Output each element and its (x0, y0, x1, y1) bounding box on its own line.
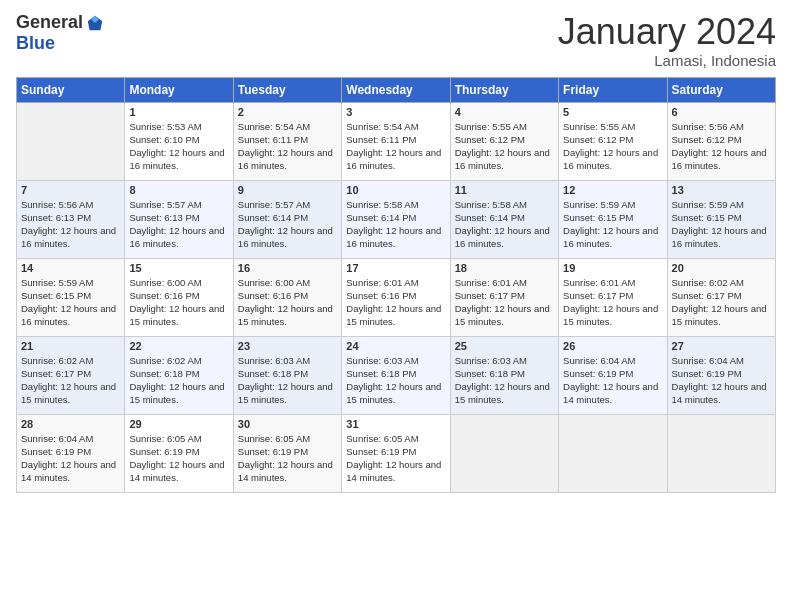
sunset-text: Sunset: 6:18 PM (129, 368, 199, 379)
logo-blue-text: Blue (16, 33, 55, 54)
sunrise-text: Sunrise: 5:57 AM (129, 199, 201, 210)
calendar-cell: 19Sunrise: 6:01 AMSunset: 6:17 PMDayligh… (559, 258, 667, 336)
daylight-text: Daylight: 12 hours and 16 minutes. (21, 303, 116, 327)
sunset-text: Sunset: 6:18 PM (238, 368, 308, 379)
daylight-text: Daylight: 12 hours and 16 minutes. (238, 225, 333, 249)
sunrise-text: Sunrise: 5:58 AM (455, 199, 527, 210)
calendar-cell: 29Sunrise: 6:05 AMSunset: 6:19 PMDayligh… (125, 414, 233, 492)
week-row-2: 14Sunrise: 5:59 AMSunset: 6:15 PMDayligh… (17, 258, 776, 336)
sunrise-text: Sunrise: 5:54 AM (346, 121, 418, 132)
day-number: 21 (21, 340, 120, 352)
sunset-text: Sunset: 6:12 PM (563, 134, 633, 145)
col-monday: Monday (125, 77, 233, 102)
day-number: 19 (563, 262, 662, 274)
day-info: Sunrise: 5:57 AMSunset: 6:14 PMDaylight:… (238, 198, 337, 251)
sunset-text: Sunset: 6:19 PM (563, 368, 633, 379)
daylight-text: Daylight: 12 hours and 14 minutes. (238, 459, 333, 483)
sunrise-text: Sunrise: 6:03 AM (346, 355, 418, 366)
day-info: Sunrise: 6:00 AMSunset: 6:16 PMDaylight:… (129, 276, 228, 329)
calendar-cell: 6Sunrise: 5:56 AMSunset: 6:12 PMDaylight… (667, 102, 775, 180)
sunrise-text: Sunrise: 6:00 AM (238, 277, 310, 288)
day-number: 27 (672, 340, 771, 352)
week-row-4: 28Sunrise: 6:04 AMSunset: 6:19 PMDayligh… (17, 414, 776, 492)
day-info: Sunrise: 5:59 AMSunset: 6:15 PMDaylight:… (672, 198, 771, 251)
calendar-cell: 4Sunrise: 5:55 AMSunset: 6:12 PMDaylight… (450, 102, 558, 180)
sunset-text: Sunset: 6:19 PM (238, 446, 308, 457)
daylight-text: Daylight: 12 hours and 16 minutes. (238, 147, 333, 171)
header: General Blue January 2024 Lamasi, Indone… (16, 12, 776, 69)
day-number: 6 (672, 106, 771, 118)
page: General Blue January 2024 Lamasi, Indone… (0, 0, 792, 612)
calendar-cell: 3Sunrise: 5:54 AMSunset: 6:11 PMDaylight… (342, 102, 450, 180)
calendar-cell: 30Sunrise: 6:05 AMSunset: 6:19 PMDayligh… (233, 414, 341, 492)
calendar-cell: 20Sunrise: 6:02 AMSunset: 6:17 PMDayligh… (667, 258, 775, 336)
day-number: 22 (129, 340, 228, 352)
calendar-cell: 25Sunrise: 6:03 AMSunset: 6:18 PMDayligh… (450, 336, 558, 414)
calendar-cell (559, 414, 667, 492)
daylight-text: Daylight: 12 hours and 14 minutes. (672, 381, 767, 405)
day-info: Sunrise: 6:04 AMSunset: 6:19 PMDaylight:… (672, 354, 771, 407)
daylight-text: Daylight: 12 hours and 16 minutes. (455, 147, 550, 171)
sunrise-text: Sunrise: 6:02 AM (672, 277, 744, 288)
daylight-text: Daylight: 12 hours and 15 minutes. (563, 303, 658, 327)
sunset-text: Sunset: 6:13 PM (129, 212, 199, 223)
calendar-cell: 1Sunrise: 5:53 AMSunset: 6:10 PMDaylight… (125, 102, 233, 180)
daylight-text: Daylight: 12 hours and 15 minutes. (346, 303, 441, 327)
daylight-text: Daylight: 12 hours and 16 minutes. (21, 225, 116, 249)
day-info: Sunrise: 6:05 AMSunset: 6:19 PMDaylight:… (346, 432, 445, 485)
sunrise-text: Sunrise: 5:56 AM (672, 121, 744, 132)
calendar-cell: 18Sunrise: 6:01 AMSunset: 6:17 PMDayligh… (450, 258, 558, 336)
col-saturday: Saturday (667, 77, 775, 102)
sunset-text: Sunset: 6:16 PM (129, 290, 199, 301)
sunset-text: Sunset: 6:18 PM (455, 368, 525, 379)
sunset-text: Sunset: 6:17 PM (563, 290, 633, 301)
sunrise-text: Sunrise: 5:59 AM (672, 199, 744, 210)
daylight-text: Daylight: 12 hours and 16 minutes. (129, 147, 224, 171)
sunset-text: Sunset: 6:16 PM (346, 290, 416, 301)
sunrise-text: Sunrise: 6:02 AM (129, 355, 201, 366)
logo-general-text: General (16, 12, 83, 33)
sunrise-text: Sunrise: 6:04 AM (21, 433, 93, 444)
day-number: 1 (129, 106, 228, 118)
daylight-text: Daylight: 12 hours and 16 minutes. (563, 225, 658, 249)
calendar-cell: 9Sunrise: 5:57 AMSunset: 6:14 PMDaylight… (233, 180, 341, 258)
sunset-text: Sunset: 6:18 PM (346, 368, 416, 379)
day-number: 4 (455, 106, 554, 118)
sunrise-text: Sunrise: 5:54 AM (238, 121, 310, 132)
day-info: Sunrise: 6:02 AMSunset: 6:17 PMDaylight:… (21, 354, 120, 407)
daylight-text: Daylight: 12 hours and 15 minutes. (21, 381, 116, 405)
calendar-cell (667, 414, 775, 492)
day-number: 10 (346, 184, 445, 196)
sunset-text: Sunset: 6:11 PM (238, 134, 308, 145)
sunset-text: Sunset: 6:12 PM (455, 134, 525, 145)
col-thursday: Thursday (450, 77, 558, 102)
sunrise-text: Sunrise: 6:01 AM (563, 277, 635, 288)
calendar-table: Sunday Monday Tuesday Wednesday Thursday… (16, 77, 776, 493)
day-info: Sunrise: 6:05 AMSunset: 6:19 PMDaylight:… (238, 432, 337, 485)
logo-icon (86, 14, 104, 32)
daylight-text: Daylight: 12 hours and 15 minutes. (346, 381, 441, 405)
sunrise-text: Sunrise: 6:04 AM (563, 355, 635, 366)
sunset-text: Sunset: 6:19 PM (672, 368, 742, 379)
day-number: 13 (672, 184, 771, 196)
day-number: 31 (346, 418, 445, 430)
sunrise-text: Sunrise: 6:05 AM (346, 433, 418, 444)
calendar-cell (17, 102, 125, 180)
calendar-cell: 22Sunrise: 6:02 AMSunset: 6:18 PMDayligh… (125, 336, 233, 414)
day-number: 17 (346, 262, 445, 274)
sunset-text: Sunset: 6:19 PM (346, 446, 416, 457)
day-number: 29 (129, 418, 228, 430)
col-sunday: Sunday (17, 77, 125, 102)
day-number: 5 (563, 106, 662, 118)
title-block: January 2024 Lamasi, Indonesia (558, 12, 776, 69)
daylight-text: Daylight: 12 hours and 16 minutes. (346, 147, 441, 171)
calendar-cell: 5Sunrise: 5:55 AMSunset: 6:12 PMDaylight… (559, 102, 667, 180)
day-info: Sunrise: 5:55 AMSunset: 6:12 PMDaylight:… (563, 120, 662, 173)
sunrise-text: Sunrise: 6:03 AM (455, 355, 527, 366)
daylight-text: Daylight: 12 hours and 16 minutes. (129, 225, 224, 249)
day-number: 20 (672, 262, 771, 274)
sunrise-text: Sunrise: 6:01 AM (346, 277, 418, 288)
calendar-cell: 15Sunrise: 6:00 AMSunset: 6:16 PMDayligh… (125, 258, 233, 336)
day-info: Sunrise: 5:53 AMSunset: 6:10 PMDaylight:… (129, 120, 228, 173)
daylight-text: Daylight: 12 hours and 15 minutes. (238, 303, 333, 327)
